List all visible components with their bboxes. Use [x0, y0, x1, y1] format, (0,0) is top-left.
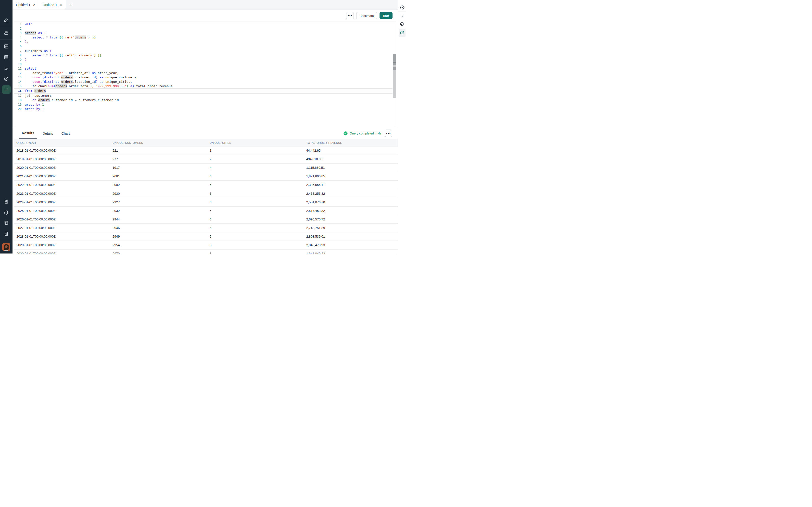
code-line-1[interactable]: 1with — [14, 22, 396, 26]
code-line-16[interactable]: 16from orders — [14, 89, 396, 93]
add-tab-button[interactable]: + — [66, 0, 76, 9]
cell-total_order_revenue[interactable]: 1,115,869.51 — [306, 166, 398, 169]
editor-scrollbar-thumb[interactable] — [393, 67, 396, 70]
sidebar-item-headset[interactable] — [0, 207, 12, 217]
code-line-11[interactable]: 11select — [14, 66, 396, 71]
cell-unique_cities[interactable]: 6 — [210, 174, 306, 178]
cell-total_order_revenue[interactable]: 1,871,800.85 — [306, 174, 398, 178]
sql-editor[interactable]: 1with23orders as (4 select * from {{ ref… — [14, 22, 396, 111]
tab-1-active[interactable]: Untitled 1✕ — [12, 0, 39, 9]
cell-unique_cities[interactable]: 2 — [210, 157, 306, 161]
cell-order_year[interactable]: 2030-01-01T00:00:00.000Z — [16, 252, 112, 253]
results-more-button[interactable]: ●●● — [385, 129, 392, 137]
cell-total_order_revenue[interactable]: 494,818.00 — [306, 157, 398, 161]
cell-unique_customers[interactable]: 2661 — [112, 174, 210, 178]
code-line-2[interactable]: 2 — [14, 26, 396, 31]
cell-unique_customers[interactable]: 1917 — [112, 166, 210, 169]
column-header-total_order_revenue[interactable]: TOTAL_ORDER_REVENUE — [306, 141, 398, 144]
code-line-14[interactable]: 14 count(distinct orders.location_id) as… — [14, 79, 396, 84]
sidebar-item-book[interactable] — [0, 218, 12, 228]
cell-order_year[interactable]: 2022-01-01T00:00:00.000Z — [16, 183, 112, 187]
cell-unique_customers[interactable]: 977 — [112, 157, 210, 161]
sidebar-item-compass[interactable] — [0, 73, 12, 84]
cell-total_order_revenue[interactable]: 2,808,539.01 — [306, 235, 398, 238]
cell-total_order_revenue[interactable]: 2,742,751.39 — [306, 226, 398, 230]
cell-unique_cities[interactable]: 6 — [210, 209, 306, 213]
cell-total_order_revenue[interactable]: 2,845,473.93 — [306, 243, 398, 247]
code-line-17[interactable]: 17join customers — [14, 94, 396, 98]
cell-unique_customers[interactable]: 2946 — [112, 226, 210, 230]
sidebar-item-building[interactable] — [0, 228, 12, 239]
cell-unique_cities[interactable]: 6 — [210, 243, 306, 247]
tab-2[interactable]: Untitled 1✕ — [39, 0, 66, 9]
cell-order_year[interactable]: 2018-01-01T00:00:00.000Z — [16, 149, 112, 152]
code-line-15[interactable]: 15 to_char(sum(orders.order_total), '999… — [14, 84, 396, 89]
cell-order_year[interactable]: 2024-01-01T00:00:00.000Z — [16, 200, 112, 204]
bookmark-button[interactable]: Bookmark — [356, 12, 377, 19]
sql-cell[interactable]: 1with23orders as (4 select * from {{ ref… — [14, 21, 396, 127]
code-line-18[interactable]: 18 on orders.customer_id = customers.cus… — [14, 98, 396, 102]
cell-unique_customers[interactable]: 221 — [112, 149, 210, 152]
cell-total_order_revenue[interactable]: 1,841,049.32 — [306, 252, 398, 253]
cell-unique_customers[interactable]: 2879 — [112, 252, 210, 253]
code-line-3[interactable]: 3orders as ( — [14, 31, 396, 35]
cell-unique_cities[interactable]: 6 — [210, 192, 306, 195]
cell-unique_cities[interactable]: 6 — [210, 252, 306, 253]
sidebar-item-windows[interactable] — [0, 63, 12, 73]
cell-total_order_revenue[interactable]: 2,453,253.32 — [306, 192, 398, 195]
cell-unique_cities[interactable]: 6 — [210, 218, 306, 221]
editor-scrollbar-thumb[interactable] — [393, 54, 396, 62]
cell-unique_cities[interactable]: 1 — [210, 149, 306, 152]
editor-scrollbar-thumb[interactable] — [393, 62, 396, 65]
cell-unique_cities[interactable]: 4 — [210, 166, 306, 169]
cell-order_year[interactable]: 2027-01-01T00:00:00.000Z — [16, 226, 112, 230]
sidebar-item-home[interactable] — [0, 15, 12, 25]
code-line-7[interactable]: 7customers as ( — [14, 49, 396, 53]
cell-unique_cities[interactable]: 6 — [210, 183, 306, 187]
rail-item-bookmark[interactable] — [398, 11, 406, 20]
rail-item-history-clock[interactable] — [398, 20, 406, 28]
close-tab-icon[interactable]: ✕ — [33, 3, 36, 7]
code-line-4[interactable]: 4 select * from {{ ref('orders') }} — [14, 35, 396, 40]
run-button[interactable]: Run — [379, 12, 393, 19]
column-header-unique_cities[interactable]: UNIQUE_CITIES — [210, 141, 306, 144]
code-line-10[interactable]: 10 — [14, 62, 396, 66]
results-tab-chart[interactable]: Chart — [59, 128, 72, 138]
cell-unique_customers[interactable]: 2954 — [112, 243, 210, 247]
code-line-8[interactable]: 8 select * from {{ ref('customers') }} — [14, 53, 396, 58]
cell-more-button[interactable]: ●●● — [346, 12, 354, 19]
code-line-19[interactable]: 19group by 1 — [14, 102, 396, 107]
column-header-unique_customers[interactable]: UNIQUE_CUSTOMERS — [112, 141, 210, 144]
column-header-order_year[interactable]: ORDER_YEAR — [16, 141, 112, 144]
cell-order_year[interactable]: 2020-01-01T00:00:00.000Z — [16, 166, 112, 169]
sidebar-item-collections[interactable] — [0, 28, 12, 38]
rail-item-compass[interactable] — [398, 3, 406, 11]
results-tab-results[interactable]: Results — [19, 128, 37, 138]
results-tab-details[interactable]: Details — [40, 128, 56, 138]
cell-unique_customers[interactable]: 2949 — [112, 235, 210, 238]
cell-unique_customers[interactable]: 2944 — [112, 218, 210, 221]
cell-total_order_revenue[interactable]: 44,442.65 — [306, 149, 398, 152]
code-line-6[interactable]: 6 — [14, 44, 396, 49]
code-line-12[interactable]: 12 date_trunc('year', ordered_at) as ord… — [14, 71, 396, 75]
user-avatar[interactable] — [2, 243, 10, 251]
sidebar-item-laptop[interactable] — [0, 84, 12, 95]
cell-unique_cities[interactable]: 6 — [210, 235, 306, 238]
cell-order_year[interactable]: 2026-01-01T00:00:00.000Z — [16, 218, 112, 221]
cell-total_order_revenue[interactable]: 2,690,570.72 — [306, 218, 398, 221]
cell-unique_cities[interactable]: 6 — [210, 200, 306, 204]
cell-unique_customers[interactable]: 2927 — [112, 200, 210, 204]
code-line-20[interactable]: 20order by 1 — [14, 107, 396, 111]
cell-total_order_revenue[interactable]: 2,551,076.70 — [306, 200, 398, 204]
code-line-9[interactable]: 9) — [14, 58, 396, 62]
cell-order_year[interactable]: 2025-01-01T00:00:00.000Z — [16, 209, 112, 213]
rail-item-ai-chat-sparkle[interactable] — [399, 29, 406, 37]
sidebar-item-dashboard[interactable] — [0, 41, 12, 51]
code-line-5[interactable]: 5), — [14, 40, 396, 44]
cell-order_year[interactable]: 2019-01-01T00:00:00.000Z — [16, 157, 112, 161]
sidebar-item-clipboard[interactable] — [0, 196, 12, 207]
close-tab-icon[interactable]: ✕ — [60, 3, 62, 7]
cell-unique_cities[interactable]: 6 — [210, 226, 306, 230]
sidebar-item-code-window[interactable] — [0, 52, 12, 62]
hex-logo-icon[interactable] — [0, 0, 12, 10]
